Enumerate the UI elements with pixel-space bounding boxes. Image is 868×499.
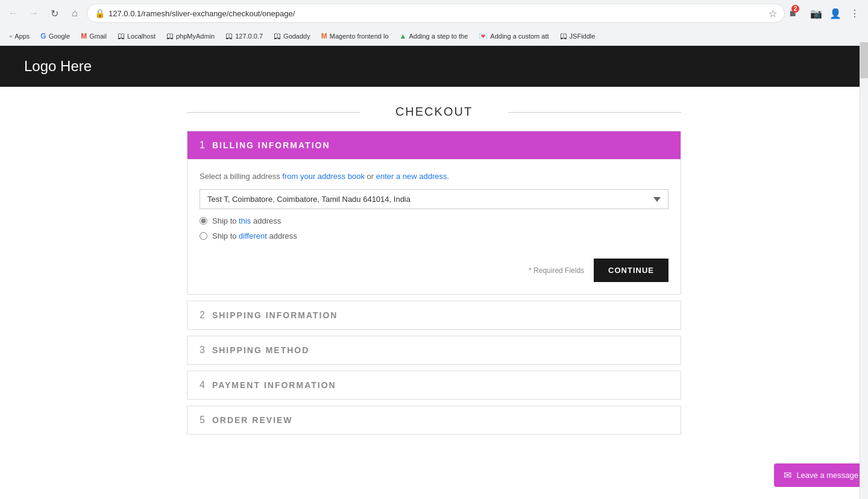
required-fields-text: * Required Fields <box>529 266 584 275</box>
back-button[interactable]: ← <box>5 5 22 22</box>
payment-number: 4 <box>200 380 205 391</box>
ship-this-address-option[interactable]: Ship to this address <box>200 216 668 225</box>
extension-badge: 2 <box>791 5 800 13</box>
bookmark-adding-custom[interactable]: 💌 Adding a custom att <box>474 30 553 43</box>
order-review-number: 5 <box>200 415 205 425</box>
order-review-section: 5 ORDER REVIEW <box>187 406 681 435</box>
adding-custom-favicon: 💌 <box>479 32 488 40</box>
ship-different-highlight: different <box>239 231 267 240</box>
browser-toolbar: ← → ↻ ⌂ 🔒 ☆ ■ 2 📷 👤 ⋮ <box>0 0 868 27</box>
screenshot-button[interactable]: 📷 <box>808 5 825 22</box>
bookmark-127007[interactable]: 🕮 127.0.0.7 <box>221 30 268 43</box>
localhost-favicon: 🕮 <box>118 32 125 40</box>
payment-section: 4 PAYMENT INFORMATION <box>187 371 681 400</box>
bookmark-apps[interactable]: ▫ Apps <box>5 30 34 43</box>
billing-section-title: BILLING INFORMATION <box>212 140 330 150</box>
scrollbar[interactable] <box>860 42 868 459</box>
ship-this-label: Ship to this address <box>212 216 281 225</box>
jsfiddle-favicon: 🕮 <box>560 32 567 40</box>
profile-button[interactable]: 👤 <box>827 5 844 22</box>
address-bar[interactable]: 🔒 ☆ <box>87 4 785 23</box>
shipping-method-header[interactable]: 3 SHIPPING METHOD <box>187 336 681 364</box>
billing-section-number: 1 <box>200 140 205 151</box>
shipping-info-number: 2 <box>200 310 205 321</box>
bookmark-localhost-label: Localhost <box>127 33 156 40</box>
lock-icon: 🔒 <box>95 8 105 18</box>
ship-different-radio[interactable] <box>200 232 207 240</box>
home-button[interactable]: ⌂ <box>66 5 83 22</box>
billing-description: Select a billing address from your addre… <box>200 172 668 181</box>
shipping-radio-group: Ship to this address Ship to different a… <box>200 216 668 240</box>
bookmark-star-icon[interactable]: ☆ <box>769 8 777 19</box>
bookmark-google-label: Google <box>49 33 70 40</box>
menu-button[interactable]: ⋮ <box>846 5 863 22</box>
bookmark-godaddy[interactable]: 🕮 Godaddy <box>269 30 315 43</box>
scroll-thumb[interactable] <box>860 42 868 78</box>
bookmark-adding-step[interactable]: ▲ Adding a step to the <box>395 30 473 43</box>
bookmark-127007-label: 127.0.0.7 <box>235 33 263 40</box>
127007-favicon: 🕮 <box>225 32 233 40</box>
site-header: Logo Here <box>0 46 868 87</box>
ship-this-radio[interactable] <box>200 217 207 225</box>
bookmark-apps-label: Apps <box>14 33 30 40</box>
billing-section-body: Select a billing address from your addre… <box>187 159 681 294</box>
order-review-header[interactable]: 5 ORDER REVIEW <box>187 406 681 434</box>
shipping-method-number: 3 <box>200 345 205 356</box>
ship-this-highlight: this <box>239 216 251 225</box>
bookmark-magento-label: Magento frontend lo <box>330 33 389 40</box>
bookmarks-bar: ▫ Apps G Google M Gmail 🕮 Localhost 🕮 ph… <box>0 27 868 46</box>
browser-chrome: ← → ↻ ⌂ 🔒 ☆ ■ 2 📷 👤 ⋮ ▫ Apps G Google <box>0 0 868 46</box>
bookmark-godaddy-label: Godaddy <box>283 33 310 40</box>
address-dropdown[interactable]: Test T, Coimbatore, Coimbatore, Tamil Na… <box>200 189 668 209</box>
page-content: CHECKOUT 1 BILLING INFORMATION Select a … <box>175 87 693 459</box>
shipping-method-section: 3 SHIPPING METHOD <box>187 336 681 365</box>
bookmark-adding-custom-label: Adding a custom att <box>490 33 549 40</box>
billing-section: 1 BILLING INFORMATION Select a billing a… <box>187 131 681 295</box>
browser-right-icons: ■ 2 📷 👤 ⋮ <box>788 5 863 22</box>
continue-button[interactable]: CONTINUE <box>594 259 668 282</box>
ship-different-label: Ship to different address <box>212 231 297 240</box>
bookmark-jsfiddle-label: JSFiddle <box>570 33 596 40</box>
godaddy-favicon: 🕮 <box>274 32 281 40</box>
billing-section-footer: * Required Fields CONTINUE <box>200 253 668 282</box>
extension-button[interactable]: ■ 2 <box>788 5 805 22</box>
page-title: CHECKOUT <box>187 105 681 119</box>
url-input[interactable] <box>108 9 765 18</box>
gmail-favicon: M <box>81 32 87 40</box>
google-favicon: G <box>40 32 46 40</box>
phpmyadmin-favicon: 🕮 <box>166 32 174 40</box>
new-address-link[interactable]: enter a new address <box>376 172 447 181</box>
forward-button[interactable]: → <box>25 5 42 22</box>
bookmark-phpmyadmin-label: phpMyAdmin <box>176 33 215 40</box>
bookmark-adding-step-label: Adding a step to the <box>409 33 468 40</box>
bookmark-localhost[interactable]: 🕮 Localhost <box>113 30 160 43</box>
bookmark-gmail-label: Gmail <box>89 33 107 40</box>
magento-favicon: M <box>321 32 327 40</box>
shipping-info-section: 2 SHIPPING INFORMATION <box>187 301 681 330</box>
bookmark-phpmyadmin[interactable]: 🕮 phpMyAdmin <box>162 30 219 43</box>
shipping-info-title: SHIPPING INFORMATION <box>212 310 338 320</box>
reload-button[interactable]: ↻ <box>46 5 63 22</box>
ship-different-address-option[interactable]: Ship to different address <box>200 231 668 240</box>
payment-title: PAYMENT INFORMATION <box>212 380 336 390</box>
address-book-link[interactable]: from your address book <box>282 172 365 181</box>
bookmark-google[interactable]: G Google <box>36 30 75 43</box>
bookmark-jsfiddle[interactable]: 🕮 JSFiddle <box>555 30 600 43</box>
bookmark-gmail[interactable]: M Gmail <box>76 30 112 43</box>
payment-header[interactable]: 4 PAYMENT INFORMATION <box>187 371 681 399</box>
logo: Logo Here <box>24 58 92 74</box>
adding-step-favicon: ▲ <box>400 32 407 40</box>
bookmark-magento[interactable]: M Magento frontend lo <box>316 30 394 43</box>
shipping-info-header[interactable]: 2 SHIPPING INFORMATION <box>187 301 681 329</box>
apps-favicon: ▫ <box>10 32 12 40</box>
order-review-title: ORDER REVIEW <box>212 415 293 425</box>
billing-section-header[interactable]: 1 BILLING INFORMATION <box>187 131 681 159</box>
shipping-method-title: SHIPPING METHOD <box>212 345 309 355</box>
